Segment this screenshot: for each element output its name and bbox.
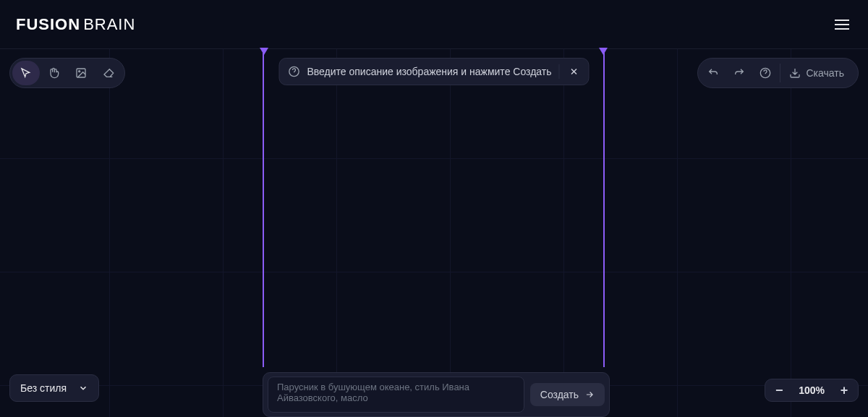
prompt-input[interactable] xyxy=(268,377,524,413)
svg-point-1 xyxy=(79,71,80,72)
close-icon[interactable] xyxy=(567,64,582,79)
frame-handle-left[interactable] xyxy=(260,46,268,55)
zoom-in-button[interactable]: + xyxy=(838,384,851,397)
eraser-tool[interactable] xyxy=(95,61,122,85)
download-icon xyxy=(789,67,801,79)
arrow-right-icon xyxy=(584,390,595,400)
divider xyxy=(559,64,560,79)
logo-thin: BRAIN xyxy=(83,15,135,33)
chevron-down-icon xyxy=(78,383,88,393)
zoom-value: 100% xyxy=(799,384,825,396)
style-dropdown[interactable]: Без стиля xyxy=(9,374,99,402)
create-button[interactable]: Создать xyxy=(530,383,605,406)
generation-frame[interactable] xyxy=(263,49,605,367)
help-button[interactable] xyxy=(752,61,778,85)
logo-bold: FUSION xyxy=(16,15,80,33)
app-logo: FUSIONBRAIN xyxy=(16,15,135,34)
frame-handle-right[interactable] xyxy=(599,46,608,55)
hint-banner: Введите описание изображения и нажмите С… xyxy=(278,58,589,85)
image-tool[interactable] xyxy=(67,61,95,85)
hint-text: Введите описание изображения и нажмите С… xyxy=(307,66,551,77)
actions-toolbar: Скачать xyxy=(697,58,859,88)
download-label: Скачать xyxy=(807,67,845,79)
zoom-out-button[interactable]: − xyxy=(773,384,786,397)
zoom-control: − 100% + xyxy=(765,379,859,402)
undo-button[interactable] xyxy=(700,61,726,85)
hand-tool[interactable] xyxy=(40,61,67,85)
divider xyxy=(780,64,780,82)
prompt-bar: Создать xyxy=(263,372,610,417)
header: FUSIONBRAIN xyxy=(0,0,868,49)
cursor-tool[interactable] xyxy=(12,61,40,85)
redo-button[interactable] xyxy=(726,61,752,85)
create-label: Создать xyxy=(540,389,579,400)
download-button[interactable]: Скачать xyxy=(782,61,856,85)
tools-toolbar xyxy=(9,58,125,88)
help-icon xyxy=(288,66,299,77)
style-label: Без стиля xyxy=(20,382,67,394)
canvas[interactable] xyxy=(0,49,868,417)
menu-icon[interactable] xyxy=(832,17,852,33)
